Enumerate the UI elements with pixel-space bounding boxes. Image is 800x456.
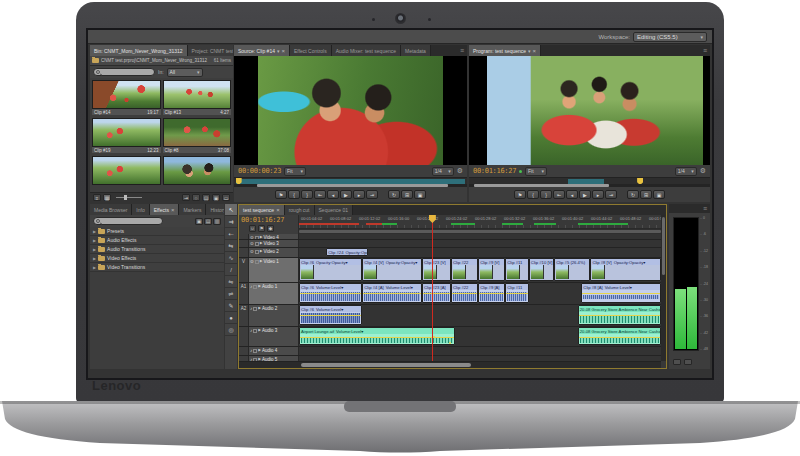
tab-test-sequence[interactable]: test sequence × xyxy=(239,205,285,215)
timeline-vertical-scrollbar[interactable] xyxy=(661,215,666,361)
source-zoom-dropdown[interactable]: Fit ▾ xyxy=(284,167,306,176)
track-lock-toggle[interactable] xyxy=(253,329,257,333)
program-timecode[interactable]: 00:01:16:27 xyxy=(473,167,516,175)
track-content-a1[interactable]: Clip #6Volume:Level▾Clip #4 [A]Volume:Le… xyxy=(299,283,661,304)
speaker-icon[interactable]: ♪ xyxy=(250,284,252,289)
timeline-clip[interactable]: 20-08 Grocery Store Ambience Near Cashie… xyxy=(578,305,661,325)
scrollbar-handle[interactable] xyxy=(474,184,609,187)
track-header-v2[interactable]: ⊙▶Video 2 xyxy=(249,248,299,257)
timeline-clip[interactable]: Clip #11 xyxy=(505,283,529,303)
disclosure-triangle-icon[interactable]: ▶ xyxy=(258,328,261,333)
close-tab-icon[interactable]: × xyxy=(281,48,285,54)
speaker-icon[interactable]: ♪ xyxy=(250,348,252,353)
playhead[interactable] xyxy=(432,215,433,361)
tab-markers[interactable]: Markers xyxy=(179,204,206,215)
search-in-dropdown[interactable]: All ▾ xyxy=(167,68,203,77)
tab-history[interactable]: History xyxy=(206,204,224,215)
timeline-clip[interactable]: Clip #8 [A]Volume:Level▾ xyxy=(581,283,661,303)
timeline-clip[interactable]: Clip #23 [V] xyxy=(422,258,451,281)
tab-rough-cut[interactable]: rough cut xyxy=(285,205,315,215)
timeline-clip[interactable]: Clip #9 [V] xyxy=(478,258,505,281)
disclosure-triangle-icon[interactable]: ▶ xyxy=(93,265,96,270)
track-lock-toggle[interactable] xyxy=(253,349,257,353)
mark-out-button[interactable]: } xyxy=(301,190,313,199)
effects-folder-row[interactable]: ▶Video Transitions xyxy=(90,263,224,272)
loop-button[interactable]: ↻ xyxy=(388,190,400,199)
zoom-slider[interactable] xyxy=(116,197,142,198)
timeline-clip[interactable]: Clip #9 [A] xyxy=(478,283,505,303)
rolling-edit-tool[interactable]: ⇆ xyxy=(225,240,237,252)
program-scrubber[interactable] xyxy=(469,177,710,187)
tab-info[interactable]: Info xyxy=(132,204,149,215)
close-tab-icon[interactable]: × xyxy=(533,48,537,54)
snap-icon[interactable]: ∪ xyxy=(249,225,256,232)
timeline-clip[interactable]: Clip #11 xyxy=(505,258,529,281)
timeline-clip[interactable]: Clip #23 [A] xyxy=(422,283,451,303)
track-select-tool[interactable]: ⇉ xyxy=(225,216,237,228)
volume-keyframe-line[interactable] xyxy=(363,293,421,294)
track-content-v4[interactable] xyxy=(299,234,661,239)
timeline-clip[interactable]: Clip #22 xyxy=(451,283,478,303)
automate-to-sequence-icon[interactable]: ⇥ xyxy=(182,194,190,201)
bin-clip[interactable]: Clip #134:27 xyxy=(163,80,232,116)
go-to-in-button[interactable]: ⇤ xyxy=(553,190,565,199)
set-marker-icon[interactable]: ◆ xyxy=(267,225,274,232)
safe-margins-button[interactable]: ⊞ xyxy=(401,190,413,199)
track-patch-a2[interactable]: A2 xyxy=(239,305,249,326)
timeline-clip[interactable]: Clip #10 [V] xyxy=(529,258,554,281)
program-resolution-dropdown[interactable]: 1/4 ▾ xyxy=(675,167,697,176)
source-scrubber[interactable] xyxy=(234,177,467,187)
volume-keyframe-line[interactable] xyxy=(506,293,528,294)
tab-sequence-01[interactable]: Sequence 01 xyxy=(315,205,353,215)
bin-clip[interactable]: Clip #1419:17 xyxy=(92,80,161,116)
track-patch-a4[interactable] xyxy=(239,347,249,355)
step-back-button[interactable]: ◂ xyxy=(327,190,339,199)
go-to-out-button[interactable]: ⇥ xyxy=(366,190,378,199)
timeline-clip[interactable]: Clip #24Opacity:Opacity▾ xyxy=(326,248,368,256)
program-video-display[interactable] xyxy=(469,56,710,165)
track-content-a2[interactable]: Clip #6Volume:Level▾20-08 Grocery Store … xyxy=(299,305,661,326)
disclosure-triangle-icon[interactable]: ▶ xyxy=(258,306,261,311)
disclosure-triangle-icon[interactable]: ▶ xyxy=(260,249,263,254)
track-content-v1[interactable]: Clip #6Opacity:Opacity▾Clip #4 [V]Opacit… xyxy=(299,258,661,282)
timeline-clip[interactable]: Clip #8 [V]Opacity:Opacity▾ xyxy=(590,258,661,281)
disclosure-triangle-icon[interactable]: ▶ xyxy=(93,247,96,252)
track-content-v3[interactable] xyxy=(299,240,661,247)
volume-keyframe-line[interactable] xyxy=(300,337,454,338)
ripple-edit-tool[interactable]: ⇠ xyxy=(225,228,237,240)
track-lock-toggle[interactable] xyxy=(255,250,259,254)
tab-metadata[interactable]: Metadata xyxy=(401,45,431,56)
track-lock-toggle[interactable] xyxy=(255,236,259,239)
effects-folder-row[interactable]: ▶Video Effects xyxy=(90,254,224,263)
program-zoom-dropdown[interactable]: Fit ▾ xyxy=(525,167,547,176)
track-patch-v3[interactable] xyxy=(239,240,249,247)
source-resolution-dropdown[interactable]: 1/4 ▾ xyxy=(432,167,454,176)
add-marker-button[interactable]: ⚑ xyxy=(514,190,526,199)
track-header-v4[interactable]: ⊙▶Video 4 xyxy=(249,234,299,239)
disclosure-triangle-icon[interactable]: ▶ xyxy=(93,229,96,234)
volume-keyframe-line[interactable] xyxy=(479,293,504,294)
tab-program[interactable]: Program: test sequence ▾ × xyxy=(469,45,541,56)
mark-in-button[interactable]: { xyxy=(527,190,539,199)
timeline-clip[interactable]: Clip #6Volume:Level▾ xyxy=(299,283,362,303)
hand-tool[interactable]: ● xyxy=(225,312,237,324)
export-frame-button[interactable]: ▣ xyxy=(653,190,665,199)
effects-folder-row[interactable]: ▶Audio Effects xyxy=(90,236,224,245)
timeline-clip[interactable]: Clip #5 (26.4%) xyxy=(554,258,590,281)
panel-menu-icon[interactable]: ≡ xyxy=(700,45,710,56)
eye-icon[interactable]: ⊙ xyxy=(250,241,254,246)
source-timecode[interactable]: 00:00:00:23 xyxy=(238,167,281,175)
track-patch-v2[interactable] xyxy=(239,248,249,257)
track-lock-toggle[interactable] xyxy=(255,242,259,246)
tab-effect-controls[interactable]: Effect Controls xyxy=(290,45,332,56)
volume-keyframe-line[interactable] xyxy=(423,293,450,294)
effects-folder-row[interactable]: ▶Audio Transitions xyxy=(90,245,224,254)
panel-menu-icon[interactable]: ≡ xyxy=(700,204,710,213)
add-marker-button[interactable]: ⚑ xyxy=(275,190,287,199)
tab-project[interactable]: Project: CNMT test xyxy=(188,45,233,56)
go-to-out-button[interactable]: ⇥ xyxy=(605,190,617,199)
disclosure-triangle-icon[interactable]: ▶ xyxy=(258,284,261,289)
disclosure-triangle-icon[interactable]: ▶ xyxy=(93,238,96,243)
bin-clip[interactable]: Clip #837:08 xyxy=(163,118,232,154)
track-header-a2[interactable]: ♪▶Audio 2 xyxy=(249,305,299,326)
